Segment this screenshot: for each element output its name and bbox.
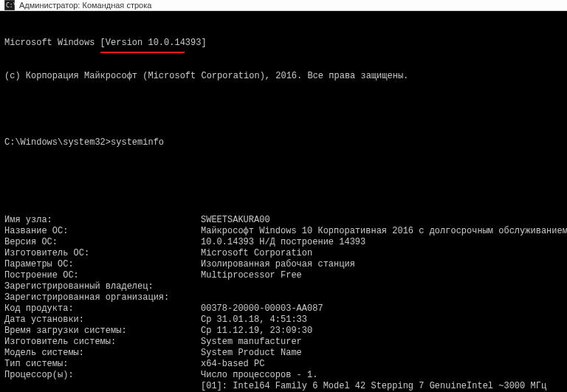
info-key: Процессор(ы): <box>4 370 201 381</box>
prompt-line: C:\Windows\system32>systeminfo <box>4 137 564 148</box>
banner-line-1: Microsoft Windows [Version 10.0.14393] <box>4 38 564 49</box>
prompt-command: systeminfo <box>111 137 164 148</box>
info-row: Дата установки:Ср 31.01.18, 4:51:33 <box>4 314 564 326</box>
info-row: Зарегистрированный владелец: <box>4 281 564 292</box>
info-row: Тип системы:x64-based PC <box>4 359 564 370</box>
info-key: Версия ОС: <box>4 237 201 248</box>
blank-line <box>4 104 564 115</box>
info-key: Построение ОС: <box>4 270 201 281</box>
info-key: Тип системы: <box>4 359 201 370</box>
info-key: Зарегистрированный владелец: <box>4 281 201 292</box>
prompt-path: C:\Windows\system32> <box>4 137 111 148</box>
info-key: Имя узла: <box>4 215 201 226</box>
info-row: Модель системы:System Product Name <box>4 348 564 359</box>
info-row: Версия ОС:10.0.14393 Н/Д построение 1439… <box>4 237 564 248</box>
titlebar[interactable]: C:\ Администратор: Командная строка <box>0 0 567 11</box>
info-value: Ср 11.12.19, 23:09:30 <box>201 326 564 337</box>
info-value: Microsoft Corporation <box>201 248 564 259</box>
console-output[interactable]: Microsoft Windows [Version 10.0.14393] (… <box>0 11 567 392</box>
info-value <box>201 292 564 303</box>
info-row: Время загрузки системы:Ср 11.12.19, 23:0… <box>4 326 564 337</box>
info-row: Зарегистрированная организация: <box>4 292 564 303</box>
titlebar-text: Администратор: Командная строка <box>19 1 151 10</box>
info-key: Изготовитель системы: <box>4 337 201 348</box>
info-row: Построение ОС:Multiprocessor Free <box>4 270 564 281</box>
info-row: Изготовитель ОС:Microsoft Corporation <box>4 248 564 259</box>
info-key: Название ОС: <box>4 226 201 237</box>
info-key: Изготовитель ОС: <box>4 248 201 259</box>
info-key: Время загрузки системы: <box>4 326 201 337</box>
info-value: x64-based PC <box>201 359 564 370</box>
info-value: System manufacturer <box>201 337 564 348</box>
info-row: Имя узла:SWEETSAKURA00 <box>4 215 564 226</box>
info-key: Дата установки: <box>4 314 201 326</box>
info-row: [01]: Intel64 Family 6 Model 42 Stepping… <box>4 381 564 392</box>
info-row: Изготовитель системы:System manufacturer <box>4 337 564 348</box>
info-key: Код продукта: <box>4 303 201 314</box>
info-row: Название ОС:Майкрософт Windows 10 Корпор… <box>4 226 564 237</box>
info-key: Модель системы: <box>4 348 201 359</box>
systeminfo-rows: Имя узла:SWEETSAKURA00Название ОС:Майкро… <box>4 215 564 392</box>
cmd-window: C:\ Администратор: Командная строка Micr… <box>0 0 567 392</box>
info-value: 00378-20000-00003-AA087 <box>201 303 564 314</box>
info-value: Ср 31.01.18, 4:51:33 <box>201 314 564 326</box>
info-value: 10.0.14393 Н/Д построение 14393 <box>201 237 564 248</box>
info-value <box>201 281 564 292</box>
info-row: Процессор(ы):Число процессоров - 1. <box>4 370 564 381</box>
info-value: [01]: Intel64 Family 6 Model 42 Stepping… <box>4 381 546 391</box>
info-key: Зарегистрированная организация: <box>4 292 201 303</box>
info-row: Параметры ОС:Изолированная рабочая станц… <box>4 259 564 270</box>
info-value: SWEETSAKURA00 <box>201 215 564 226</box>
cmd-icon: C:\ <box>4 0 15 10</box>
info-value: Майкрософт Windows 10 Корпоративная 2016… <box>201 226 567 237</box>
info-value: Число процессоров - 1. <box>201 370 564 381</box>
info-value: System Product Name <box>201 348 564 359</box>
info-key: Параметры ОС: <box>4 259 201 270</box>
info-value: Multiprocessor Free <box>201 270 564 281</box>
blank-line <box>4 182 564 193</box>
command-underline <box>100 52 185 53</box>
svg-text:C:\: C:\ <box>6 2 15 9</box>
banner-line-2: (c) Корпорация Майкрософт (Microsoft Cor… <box>4 71 564 82</box>
info-value: Изолированная рабочая станция <box>201 259 564 270</box>
info-row: Код продукта:00378-20000-00003-AA087 <box>4 303 564 314</box>
